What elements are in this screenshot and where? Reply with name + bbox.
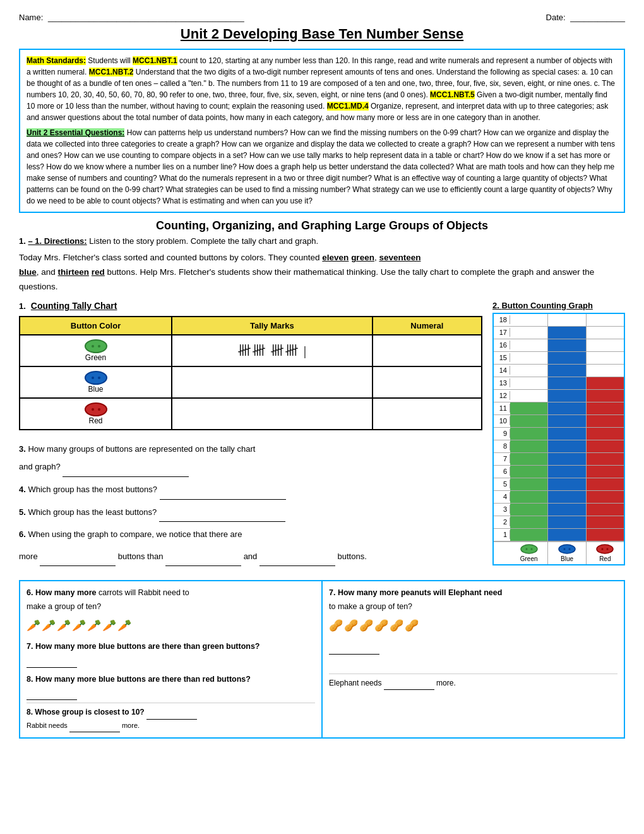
q6-text: When using the graph to compare, we noti… <box>28 529 242 539</box>
left-section: 1. Counting Tally Chart Button Color Tal… <box>19 301 482 571</box>
question-6: 6. When using the graph to compare, we n… <box>19 526 482 544</box>
q3-text: How many groups of buttons are represent… <box>28 444 255 454</box>
peanut-icon: 🥜 <box>329 616 343 636</box>
graph-row: 5 <box>494 478 624 491</box>
graph-cell <box>587 352 624 364</box>
q6-num: 6. <box>19 529 26 539</box>
b-q6b-text: make a group of ten? <box>27 602 101 611</box>
b-q7-num: 7. How many more blue buttons are there … <box>27 642 260 651</box>
graph-cell <box>548 453 586 465</box>
q5-answer[interactable] <box>159 504 285 523</box>
tally-cell-blue <box>172 366 373 398</box>
numeral-cell-red <box>373 398 482 430</box>
carrot-icon: 🥕 <box>102 616 116 636</box>
bottom-q6: 6. How many more carrots will Rabbit nee… <box>27 586 315 600</box>
graph-row: 10 <box>494 415 624 428</box>
svg-point-13 <box>563 548 565 550</box>
graph-cell <box>548 352 586 364</box>
graph-row: 12 <box>494 390 624 402</box>
graph-row: 3 <box>494 504 624 516</box>
graph-cell <box>548 415 586 427</box>
story-eleven: eleven <box>322 253 349 262</box>
tally-marks-green: 𝍸𝍸 𝍸𝍸 | <box>237 342 307 358</box>
svg-point-5 <box>98 377 100 379</box>
graph-row: 4 <box>494 491 624 504</box>
b-r-answer[interactable] <box>329 640 379 654</box>
graph-container: 181716151413121110987654321GreenBlueRed <box>492 313 625 565</box>
header-row: Name: __________________________________… <box>19 13 625 22</box>
b-q7-answer[interactable] <box>27 654 77 668</box>
elephant-more: more. <box>436 679 456 687</box>
svg-point-17 <box>607 548 609 550</box>
peanut-icon: 🥜 <box>405 616 419 636</box>
graph-cell <box>548 466 586 478</box>
graph-title: Button Counting Graph <box>501 301 592 310</box>
chart-title: Counting Tally Chart <box>31 301 117 311</box>
svg-point-3 <box>85 372 107 384</box>
graph-row-number: 9 <box>494 429 510 438</box>
section-title: Counting, Organizing, and Graphing Large… <box>19 219 625 233</box>
elephant-answer[interactable] <box>384 677 434 690</box>
mcc1nbt2: MCC1.NBT.2 <box>89 68 134 76</box>
svg-point-0 <box>85 340 107 353</box>
math-standards-label: Math Standards: <box>27 56 86 65</box>
question-4: 4. Which group has the most buttons? <box>19 481 482 500</box>
q6-blank3[interactable] <box>259 548 335 567</box>
graph-cell <box>548 402 586 414</box>
graph-cell <box>548 428 586 440</box>
graph-cell <box>510 339 548 351</box>
mcc1nbt5: MCC1.NBT.5 <box>430 90 475 99</box>
graph-num-label: 2. Button Counting Graph <box>492 301 593 310</box>
rabbit-answer[interactable] <box>69 720 120 732</box>
svg-point-1 <box>92 345 94 348</box>
graph-cell <box>587 529 624 541</box>
graph-cell <box>510 402 548 414</box>
graph-cell <box>587 491 624 503</box>
b-r-q7b-text: to make a group of ten? <box>329 602 412 611</box>
elephant-label: Elephant needs more. <box>329 674 617 690</box>
q4-answer[interactable] <box>160 481 286 500</box>
q6-more: more buttons than and buttons. <box>19 552 367 561</box>
graph-row-number: 13 <box>494 378 510 387</box>
b-q8b-answer[interactable] <box>146 706 197 719</box>
color-cell-blue: Blue <box>20 366 172 398</box>
essential-questions: Unit 2 Essential Questions: How can patt… <box>27 127 617 207</box>
tally-table: Button Color Tally Marks Numeral <box>19 316 482 430</box>
graph-row-number: 11 <box>494 404 510 413</box>
graph-cell <box>587 327 624 339</box>
table-row: Red <box>20 398 482 430</box>
graph-row: 2 <box>494 516 624 529</box>
svg-point-7 <box>92 408 94 411</box>
graph-cell <box>587 365 624 377</box>
bottom-r-answer <box>329 640 617 654</box>
graph-cell <box>548 339 586 351</box>
graph-cell <box>548 529 586 541</box>
carrot-icon: 🥕 <box>72 616 86 636</box>
graph-cell <box>548 365 586 377</box>
graph-cell <box>510 327 548 339</box>
svg-point-2 <box>98 345 100 348</box>
peanut-icon: 🥜 <box>344 616 358 636</box>
q6-blank1[interactable] <box>40 548 116 567</box>
peanut-icon: 🥜 <box>359 616 373 636</box>
q3-answer[interactable] <box>63 458 189 477</box>
graph-row-number: 7 <box>494 454 510 463</box>
question-3: 3. How many groups of buttons are repres… <box>19 440 482 477</box>
graph-cell <box>548 516 586 528</box>
chart-num-label: 1. <box>19 301 26 311</box>
q6-blank2[interactable] <box>165 548 241 567</box>
b-q8-answer[interactable] <box>27 686 77 700</box>
std-text1: Students will <box>88 56 133 65</box>
name-line: ________________________________________… <box>48 13 244 22</box>
bottom-q8-answer <box>27 686 315 700</box>
graph-icon-cell: Blue <box>548 542 586 564</box>
graph-row: 15 <box>494 352 624 365</box>
graph-cell <box>548 377 586 389</box>
carrot-icons: 🥕 🥕 🥕 🥕 🥕 🥕 🥕 <box>27 616 315 636</box>
graph-cell <box>587 339 624 351</box>
standards-box: Math Standards: Students will MCC1.NBT.1… <box>19 49 625 213</box>
graph-row: 18 <box>494 314 624 327</box>
graph-cell <box>548 440 586 452</box>
graph-cell <box>587 478 624 490</box>
carrot-icon: 🥕 <box>117 616 131 636</box>
